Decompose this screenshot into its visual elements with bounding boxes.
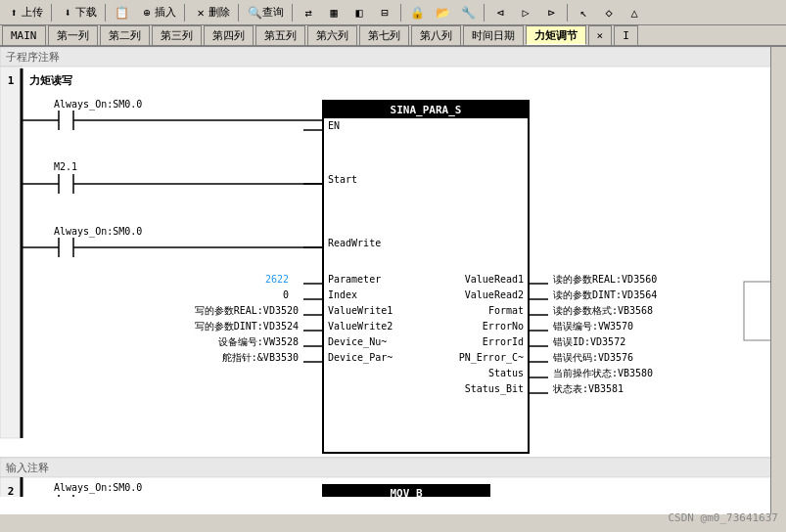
tab-col2[interactable]: 第二列 [100, 25, 150, 45]
tab-datetime[interactable]: 时间日期 [463, 25, 524, 45]
toolbar-icon-btn-7[interactable]: 📂 [431, 2, 454, 23]
toolbar-icon-6: 🔒 [409, 5, 425, 21]
toolbar-icon-7: 📂 [435, 5, 450, 21]
errorno-value: 错误编号:VW3570 [552, 321, 633, 332]
toolbar-icon-btn-4[interactable]: ◧ [347, 2, 371, 23]
input-comment-label: 输入注释 [6, 462, 49, 474]
toolbar-icon-btn-10[interactable]: ▷ [514, 2, 537, 23]
toolbar-icon-btn-1[interactable]: 📋 [110, 2, 133, 23]
param-value: 2622 [265, 274, 289, 285]
toolbar-icon-9: ⊲ [492, 5, 508, 21]
toolbar-icon-btn-14[interactable]: △ [623, 2, 646, 23]
toolbar-icon-4: ◧ [351, 5, 367, 21]
tab-col5[interactable]: 第五列 [255, 25, 305, 45]
separator-3 [184, 4, 185, 22]
delete-icon: ✕ [193, 5, 208, 21]
toolbar-icon-btn-5[interactable]: ⊟ [373, 2, 396, 23]
separator-2 [105, 4, 106, 22]
rung2-number: 2 [8, 485, 15, 497]
toolbar-icon-1: 📋 [114, 5, 129, 21]
toolbar-icon-btn-3[interactable]: ▦ [322, 2, 346, 23]
pin-errorid: ErrorId [483, 336, 524, 347]
tab-col3[interactable]: 第三列 [152, 25, 202, 45]
status-value: 当前操作状态:VB3580 [553, 368, 653, 378]
vwrite1-value: 写的参数REAL:VD3520 [195, 305, 299, 316]
tab-col8[interactable]: 第八列 [411, 25, 461, 45]
tab-col4[interactable]: 第四列 [204, 25, 254, 45]
right-scrollbar[interactable] [770, 47, 786, 514]
tab-torque[interactable]: 力矩调节 [526, 25, 586, 45]
toolbar-icon-btn-12[interactable]: ↖ [572, 2, 595, 23]
toolbar-icon-13: ◇ [601, 5, 617, 21]
separator-5 [292, 4, 293, 22]
tab-col6[interactable]: 第六列 [307, 25, 357, 45]
content-area[interactable]: 子程序注释 1 力矩读写 Always_On:SM0.0 M2.1 [0, 47, 770, 514]
rung1-label: 力矩读写 [28, 74, 72, 87]
tab-col1[interactable]: 第一列 [48, 25, 98, 45]
index-value: 0 [283, 289, 289, 300]
pin-readwrite: ReadWrite [328, 238, 381, 248]
tab-main[interactable]: MAIN [2, 25, 46, 45]
rung1-number: 1 [8, 74, 15, 87]
pin-devpar: Device_Par~ [328, 352, 393, 364]
delete-button[interactable]: ✕ 删除 [189, 2, 234, 23]
toolbar-icon-2: ⇄ [301, 5, 316, 21]
pin-vread2: ValueRead2 [465, 289, 524, 300]
toolbar-icon-12: ↖ [576, 5, 591, 21]
upload-button[interactable]: ⬆ 上传 [2, 2, 47, 23]
toolbar-icon-btn-8[interactable]: 🔧 [456, 2, 480, 23]
subroutine-comment-label: 子程序注释 [6, 51, 60, 64]
toolbar-icon-5: ⊟ [377, 5, 393, 21]
pin-en: EN [328, 120, 340, 131]
toolbar-icon-btn-11[interactable]: ⊳ [539, 2, 563, 23]
vread2-value: 读的参数DINT:VD3564 [553, 289, 657, 300]
toolbar-icon-14: △ [626, 5, 642, 21]
pin-index: Index [328, 289, 357, 300]
toolbar-icon-btn-2[interactable]: ⇄ [297, 2, 320, 23]
statusbit-value: 状态表:VB3581 [552, 383, 624, 394]
devnum-value: 设备编号:VW3528 [218, 336, 299, 347]
pin-format: Format [488, 305, 524, 316]
query-icon: 🔍 [247, 5, 262, 21]
tab-close[interactable]: × [588, 25, 613, 45]
main-area: 子程序注释 1 力矩读写 Always_On:SM0.0 M2.1 [0, 47, 786, 514]
pin-parameter: Parameter [328, 274, 381, 285]
block-title: SINA_PARA_S [391, 104, 462, 116]
toolbar-icon-btn-13[interactable]: ◇ [597, 2, 621, 23]
vwrite2-value: 写的参数DINT:VD3524 [195, 321, 299, 332]
format-value: 读的参数格式:VB3568 [553, 305, 653, 316]
download-icon: ⬇ [60, 5, 75, 21]
insert-button[interactable]: ⊕ 插入 [135, 2, 180, 23]
ladder-diagram: 子程序注释 1 力矩读写 Always_On:SM0.0 M2.1 [0, 47, 770, 497]
pin-devnum: Device_Nu~ [328, 336, 387, 348]
contact3-label: Always_On:SM0.0 [54, 226, 142, 238]
separator-6 [400, 4, 401, 22]
pin-errorno: ErrorNo [483, 321, 524, 332]
toolbar-icon-btn-9[interactable]: ⊲ [488, 2, 512, 23]
movb-block-title: MOV_B [390, 487, 422, 497]
contact1-label: Always_On:SM0.0 [54, 99, 142, 111]
toolbar: ⬆ 上传 ⬇ 下载 📋 ⊕ 插入 ✕ 删除 🔍 查询 ⇄ ▦ ◧ ⊟ 🔒 📂 [0, 0, 786, 25]
pin-start: Start [328, 174, 357, 185]
errorid-value: 错误ID:VD3572 [552, 336, 625, 347]
tab-col7[interactable]: 第七列 [359, 25, 409, 45]
pnerror-value: 错误代码:VD3576 [552, 352, 633, 363]
rung2-contact-label: Always_On:SM0.0 [54, 482, 142, 494]
download-button[interactable]: ⬇ 下载 [56, 2, 101, 23]
toolbar-icon-btn-6[interactable]: 🔒 [405, 2, 429, 23]
pin-vwrite2: ValueWrite2 [328, 321, 393, 332]
movb-en: EN [328, 495, 340, 497]
separator-7 [484, 4, 485, 22]
insert-icon: ⊕ [139, 5, 155, 21]
svg-rect-37 [0, 458, 770, 477]
tab-bar: MAIN 第一列 第二列 第三列 第四列 第五列 第六列 第七列 第八列 时间日… [0, 25, 786, 47]
query-button[interactable]: 🔍 查询 [243, 2, 288, 23]
devpar-value: 舵指针:&VB3530 [222, 352, 299, 363]
vread1-value: 读的参数REAL:VD3560 [553, 274, 657, 285]
pin-pnerror: PN_Error_C~ [459, 352, 524, 364]
tab-i[interactable]: I [614, 25, 638, 45]
contact2-label: M2.1 [54, 161, 77, 172]
toolbar-icon-3: ▦ [326, 5, 342, 21]
pin-vread1: ValueRead1 [465, 274, 524, 285]
pin-status: Status [488, 368, 524, 378]
